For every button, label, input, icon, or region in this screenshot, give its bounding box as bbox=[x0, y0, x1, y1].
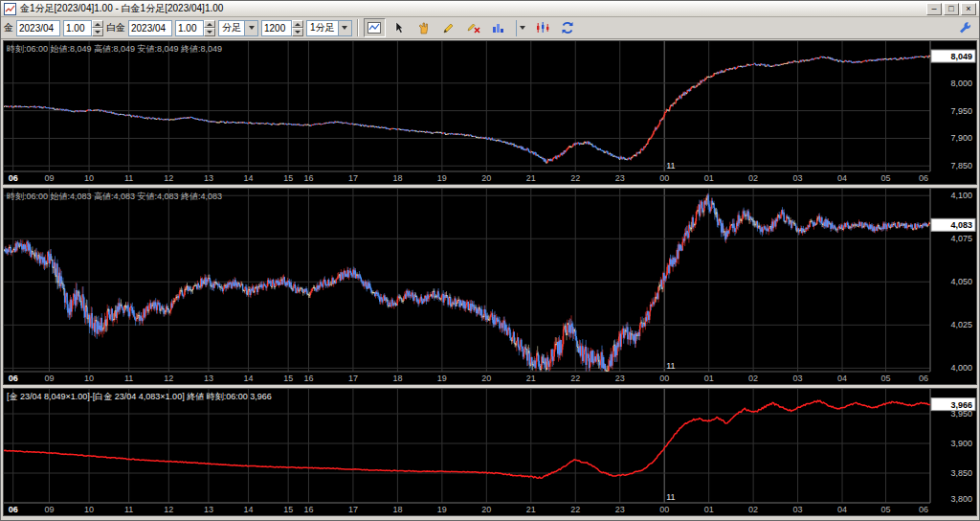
svg-text:01: 01 bbox=[704, 505, 714, 514]
gold-ohlc-readout: 時刻:06:00 始値:8,049 高値:8,049 安値:8,049 終値:8… bbox=[7, 43, 222, 56]
bar-count-spin bbox=[292, 20, 303, 36]
bar-count-input[interactable] bbox=[261, 20, 292, 36]
svg-text:22: 22 bbox=[570, 505, 580, 514]
svg-text:11: 11 bbox=[124, 173, 133, 183]
svg-text:09: 09 bbox=[44, 505, 54, 514]
spin-down-icon[interactable] bbox=[204, 28, 215, 36]
spin-up-icon[interactable] bbox=[292, 20, 303, 29]
spin-up-icon[interactable] bbox=[204, 20, 215, 29]
indicator-bars-button[interactable] bbox=[488, 18, 510, 37]
timeframe-dropdown[interactable]: 分足 bbox=[218, 20, 258, 36]
svg-text:04: 04 bbox=[837, 374, 847, 383]
svg-text:04: 04 bbox=[837, 505, 847, 514]
svg-text:19: 19 bbox=[437, 173, 447, 183]
svg-text:12: 12 bbox=[164, 505, 173, 514]
svg-text:3,800: 3,800 bbox=[950, 494, 972, 504]
bar-count-stepper bbox=[261, 20, 303, 36]
gold-contract-input[interactable] bbox=[16, 20, 60, 36]
platinum-contract-input[interactable] bbox=[128, 20, 172, 36]
svg-text:16: 16 bbox=[303, 505, 313, 514]
svg-text:00: 00 bbox=[659, 505, 669, 514]
toolbar-separator bbox=[357, 19, 359, 36]
draw-pencil-button[interactable] bbox=[438, 18, 460, 37]
platinum-multiplier-input[interactable] bbox=[175, 20, 204, 36]
svg-text:4,025: 4,025 bbox=[950, 320, 972, 329]
svg-text:4,083: 4,083 bbox=[950, 220, 972, 230]
svg-text:17: 17 bbox=[348, 505, 358, 514]
svg-text:13: 13 bbox=[204, 374, 213, 383]
timeframe-value: 分足 bbox=[222, 21, 241, 34]
indicator-chevron-icon[interactable] bbox=[516, 20, 529, 36]
svg-text:06: 06 bbox=[919, 505, 928, 514]
svg-text:18: 18 bbox=[392, 374, 402, 383]
erase-drawing-button[interactable] bbox=[463, 18, 485, 37]
svg-text:18: 18 bbox=[392, 173, 402, 183]
chart-style-button[interactable] bbox=[532, 18, 554, 37]
indicator-bars-icon bbox=[491, 21, 506, 34]
chart-style-icon bbox=[535, 21, 550, 34]
interval-value: 1分足 bbox=[310, 21, 335, 34]
charts-area: 時刻:06:00 始値:8,049 高値:8,049 安値:8,049 終値:8… bbox=[1, 39, 979, 520]
svg-text:05: 05 bbox=[881, 505, 891, 514]
svg-text:06: 06 bbox=[919, 173, 928, 183]
svg-text:05: 05 bbox=[881, 374, 891, 383]
chevron-down-icon[interactable] bbox=[244, 21, 257, 35]
svg-text:02: 02 bbox=[748, 173, 758, 183]
svg-text:11: 11 bbox=[666, 492, 675, 502]
chart-crosshair-button[interactable] bbox=[364, 18, 386, 37]
spread-readout: [金 23/04 8,049×1.00]-[白金 23/04 4,083×1.0… bbox=[7, 391, 272, 403]
spread-chart-panel[interactable]: [金 23/04 8,049×1.00]-[白金 23/04 4,083×1.0… bbox=[3, 388, 977, 516]
svg-text:7,900: 7,900 bbox=[950, 133, 972, 143]
svg-text:12: 12 bbox=[164, 374, 173, 383]
svg-text:17: 17 bbox=[348, 173, 358, 183]
svg-text:03: 03 bbox=[793, 374, 803, 383]
svg-text:17: 17 bbox=[348, 374, 358, 383]
gold-multiplier-stepper bbox=[63, 20, 103, 36]
svg-text:11: 11 bbox=[666, 161, 675, 170]
draw-pencil-icon bbox=[441, 21, 457, 34]
spin-up-icon[interactable] bbox=[92, 20, 103, 29]
svg-text:8,000: 8,000 bbox=[950, 79, 972, 88]
refresh-button[interactable] bbox=[557, 18, 579, 37]
svg-text:11: 11 bbox=[124, 374, 133, 383]
titlebar: 金1分足[2023/04]1.00 - 白金1分足[2023/04]1.00 –… bbox=[1, 1, 979, 17]
svg-text:05: 05 bbox=[881, 173, 891, 183]
tools-button[interactable] bbox=[954, 18, 976, 37]
svg-text:12: 12 bbox=[164, 173, 173, 183]
svg-text:20: 20 bbox=[481, 173, 491, 183]
gold-platinum-spread-plot: 0609101112131415161718192021222300010203… bbox=[4, 389, 976, 515]
svg-text:03: 03 bbox=[793, 505, 803, 514]
svg-text:10: 10 bbox=[84, 505, 94, 514]
svg-text:10: 10 bbox=[84, 173, 94, 183]
platinum-chart-panel[interactable]: 時刻:06:00 始値:4,083 高値:4,083 安値:4,083 終値:4… bbox=[3, 188, 977, 385]
svg-text:09: 09 bbox=[44, 374, 54, 383]
cursor-icon bbox=[391, 21, 407, 34]
svg-text:11: 11 bbox=[666, 361, 675, 371]
pan-hand-button[interactable] bbox=[413, 18, 435, 37]
svg-text:7,850: 7,850 bbox=[950, 161, 972, 170]
svg-text:15: 15 bbox=[283, 173, 293, 183]
maximize-button[interactable]: □ bbox=[944, 3, 959, 15]
spin-down-icon[interactable] bbox=[92, 28, 103, 36]
app-icon bbox=[4, 3, 16, 15]
minimize-button[interactable]: – bbox=[926, 3, 942, 15]
cursor-button[interactable] bbox=[389, 18, 411, 37]
svg-text:06: 06 bbox=[9, 173, 18, 183]
chevron-down-icon[interactable] bbox=[338, 21, 351, 35]
svg-text:3,850: 3,850 bbox=[950, 468, 972, 478]
tools-icon bbox=[958, 21, 973, 34]
svg-text:16: 16 bbox=[303, 374, 313, 383]
svg-text:20: 20 bbox=[481, 505, 491, 514]
svg-text:01: 01 bbox=[704, 374, 714, 383]
svg-text:19: 19 bbox=[437, 505, 447, 514]
close-button[interactable]: × bbox=[961, 3, 976, 15]
platinum-label: 白金 bbox=[106, 21, 125, 34]
svg-text:4,100: 4,100 bbox=[950, 191, 972, 200]
gold-multiplier-input[interactable] bbox=[63, 20, 92, 36]
svg-text:20: 20 bbox=[481, 374, 491, 383]
svg-text:18: 18 bbox=[392, 505, 402, 514]
svg-text:06: 06 bbox=[9, 505, 18, 514]
spin-down-icon[interactable] bbox=[292, 28, 303, 36]
interval-dropdown[interactable]: 1分足 bbox=[306, 20, 352, 36]
gold-chart-panel[interactable]: 時刻:06:00 始値:8,049 高値:8,049 安値:8,049 終値:8… bbox=[3, 40, 977, 185]
